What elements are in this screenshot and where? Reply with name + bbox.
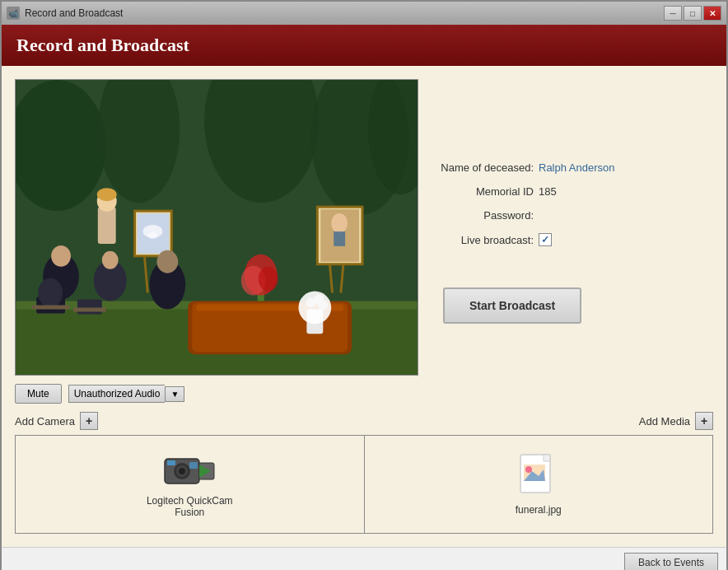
title-bar: 📹 Record and Broadcast ─ □ ✕ bbox=[2, 2, 726, 25]
audio-dropdown[interactable]: Unauthorized Audio ▼ bbox=[68, 385, 185, 403]
add-camera-label: Add Camera bbox=[15, 415, 75, 428]
media-toolbar: Add Camera + Add Media + bbox=[15, 407, 713, 435]
deceased-name-value: Ralph Anderson bbox=[539, 161, 615, 174]
app-header: Record and Broadcast bbox=[2, 25, 726, 66]
svg-rect-53 bbox=[189, 462, 198, 469]
live-broadcast-label: Live broadcast: bbox=[435, 234, 534, 246]
info-table: Name of deceased: Ralph Anderson Memoria… bbox=[435, 161, 713, 246]
main-window: 📹 Record and Broadcast ─ □ ✕ Record and … bbox=[0, 0, 728, 570]
add-camera-button[interactable]: + bbox=[80, 412, 98, 430]
svg-rect-55 bbox=[544, 455, 550, 461]
add-media-group: Add Media + bbox=[639, 412, 713, 430]
svg-point-49 bbox=[179, 468, 185, 474]
checkmark-icon: ✓ bbox=[541, 234, 549, 245]
media-panel: funeral.jpg bbox=[365, 436, 713, 533]
svg-rect-52 bbox=[167, 460, 175, 465]
memorial-id-value: 185 bbox=[539, 185, 557, 198]
svg-point-18 bbox=[331, 213, 348, 233]
audio-dropdown-arrow[interactable]: ▼ bbox=[165, 386, 184, 402]
video-preview bbox=[15, 79, 418, 376]
minimize-button[interactable]: ─ bbox=[664, 6, 682, 21]
svg-rect-19 bbox=[334, 231, 345, 246]
svg-point-31 bbox=[318, 301, 328, 311]
file-icon bbox=[519, 453, 558, 499]
media-panels: Logitech QuickCamFusion bbox=[15, 435, 713, 534]
camera-icon bbox=[163, 451, 216, 490]
svg-rect-44 bbox=[32, 305, 69, 309]
window-title: Record and Broadcast bbox=[25, 7, 664, 19]
footer: Back to Events bbox=[2, 547, 726, 570]
add-media-label: Add Media bbox=[639, 415, 690, 428]
back-to-events-button[interactable]: Back to Events bbox=[624, 553, 718, 570]
audio-select-label[interactable]: Unauthorized Audio bbox=[68, 385, 166, 403]
video-scene bbox=[16, 80, 418, 375]
app-title: Record and Broadcast bbox=[16, 35, 712, 56]
svg-point-33 bbox=[51, 245, 71, 267]
media-item[interactable]: funeral.jpg bbox=[516, 453, 562, 516]
svg-rect-43 bbox=[77, 300, 102, 315]
file-name-label: funeral.jpg bbox=[516, 504, 562, 516]
memorial-id-label: Memorial ID bbox=[435, 185, 534, 198]
password-label: Password: bbox=[435, 209, 534, 222]
camera-item[interactable]: Logitech QuickCamFusion bbox=[147, 451, 233, 518]
start-broadcast-button[interactable]: Start Broadcast bbox=[443, 287, 581, 324]
svg-point-13 bbox=[147, 232, 157, 239]
memorial-id-row: Memorial ID 185 bbox=[435, 185, 713, 198]
svg-point-42 bbox=[38, 278, 63, 308]
live-broadcast-checkbox[interactable]: ✓ bbox=[539, 233, 552, 246]
mute-button[interactable]: Mute bbox=[15, 384, 62, 404]
deceased-name-label: Name of deceased: bbox=[435, 161, 534, 174]
live-broadcast-checkbox-container[interactable]: ✓ bbox=[539, 233, 552, 246]
content-row: Mute Unauthorized Audio ▼ Name of deceas… bbox=[15, 79, 713, 404]
camera-panel: Logitech QuickCamFusion bbox=[16, 436, 365, 533]
svg-point-35 bbox=[102, 251, 119, 269]
add-media-button[interactable]: + bbox=[695, 412, 713, 430]
deceased-name-row: Name of deceased: Ralph Anderson bbox=[435, 161, 713, 174]
window-controls: ─ □ ✕ bbox=[664, 6, 721, 21]
password-row: Password: bbox=[435, 209, 713, 222]
svg-point-26 bbox=[259, 267, 278, 292]
video-section: Mute Unauthorized Audio ▼ bbox=[15, 79, 418, 404]
svg-point-37 bbox=[156, 250, 178, 273]
maximize-button[interactable]: □ bbox=[684, 6, 702, 21]
main-content: Mute Unauthorized Audio ▼ Name of deceas… bbox=[2, 66, 726, 547]
window-icon: 📹 bbox=[7, 7, 20, 20]
svg-point-40 bbox=[97, 188, 117, 201]
svg-rect-38 bbox=[98, 207, 116, 244]
close-button[interactable]: ✕ bbox=[703, 6, 721, 21]
add-camera-group: Add Camera + bbox=[15, 412, 98, 430]
camera-name-label: Logitech QuickCamFusion bbox=[147, 495, 233, 518]
live-broadcast-row: Live broadcast: ✓ bbox=[435, 233, 713, 246]
audio-controls: Mute Unauthorized Audio ▼ bbox=[15, 384, 418, 404]
svg-point-57 bbox=[525, 466, 532, 473]
info-section: Name of deceased: Ralph Anderson Memoria… bbox=[435, 79, 713, 404]
svg-rect-45 bbox=[73, 307, 106, 311]
